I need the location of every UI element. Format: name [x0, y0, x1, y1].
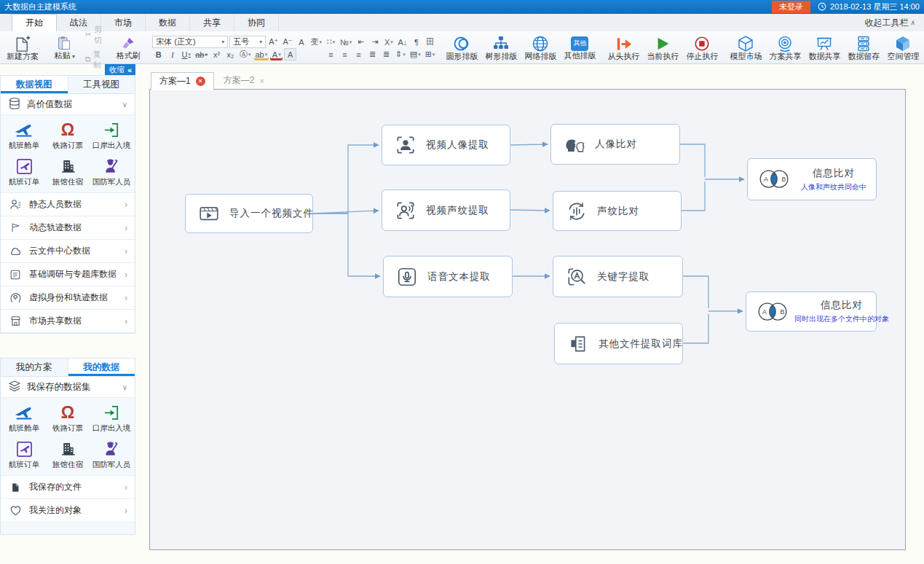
align-right-button[interactable]: ≡ — [352, 48, 365, 60]
collapse-toolbar-button[interactable]: 收起工具栏 ∧ — [864, 14, 915, 31]
flow-node-video-portrait-extract[interactable]: 视频人像提取 — [382, 125, 510, 165]
font-color-button[interactable]: A▾ — [270, 48, 283, 60]
login-status-badge[interactable]: 未登录 — [772, 1, 810, 13]
svg-text:A: A — [764, 176, 768, 183]
character-scale-button[interactable]: X▾ — [382, 36, 395, 48]
flow-node-keyword-extract[interactable]: 关键字提取 — [553, 256, 683, 297]
dataset-item-border-entry-exit[interactable]: 口岸出入境 — [90, 403, 133, 434]
tab-my-data[interactable]: 我的数据 — [68, 359, 135, 376]
cut-button[interactable]: ✂剪切 — [85, 24, 108, 46]
subscript-button[interactable]: x₂ — [224, 48, 237, 60]
paste-button[interactable]: 粘贴 ▾ — [47, 33, 83, 61]
run-from-start-button[interactable]: 从头执行 — [604, 33, 643, 61]
distribute-button[interactable]: ≣ — [380, 48, 392, 60]
tab-tool-view[interactable]: 工具视图 — [68, 76, 135, 93]
flow-node-speech-text-extract[interactable]: 语音文本提取 — [383, 256, 513, 297]
character-shading-button[interactable]: A — [284, 48, 296, 60]
bullet-list-button[interactable]: ∷▾ — [325, 36, 337, 48]
data-retention-button[interactable]: 数据留存 — [844, 33, 883, 61]
sidebar-item-virtual-identity-data[interactable]: 虚拟身份和轨迹数据› — [1, 286, 135, 310]
font-size-select[interactable]: 五号▾ — [229, 36, 266, 48]
sidebar-item-basic-survey-data[interactable]: 基础调研与专题库数据› — [1, 263, 135, 286]
grow-font-button[interactable]: A⁺ — [267, 36, 280, 48]
shading-button[interactable]: ▤▾ — [408, 48, 422, 60]
new-plan-button[interactable]: 新建方案 — [3, 33, 42, 61]
paragraph-marks-button[interactable]: ¶ — [410, 36, 422, 48]
flow-node-voiceprint-compare[interactable]: 声纹比对 — [553, 191, 682, 231]
dataset-item-flight-order[interactable]: 航班订单 — [2, 439, 46, 470]
flow-node-portrait-compare[interactable]: 人像比对 — [550, 124, 680, 165]
dataset-item-railway-ticket[interactable]: Ω铁路订票 — [46, 403, 90, 434]
enclose-character-button[interactable]: Ⓐ▾ — [238, 48, 253, 60]
circular-layout-button[interactable]: 圆形排版 — [442, 33, 481, 61]
heart-icon — [8, 504, 23, 517]
tree-layout-button[interactable]: 树形排版 — [481, 33, 521, 61]
model-market-button[interactable]: 模型市场 — [726, 33, 765, 61]
flow-node-info-compare-2[interactable]: AB信息比对同时出现在多个文件中的对象 — [746, 291, 877, 332]
section-my-saved-datasets[interactable]: 我保存的数据集 ∨ — [1, 377, 135, 398]
sidebar-item-static-person-data[interactable]: 静态人员数据› — [1, 193, 135, 216]
sidebar-item-dynamic-track-data[interactable]: 动态轨迹数据› — [1, 216, 135, 240]
draw-table-button[interactable]: 田 — [424, 36, 436, 48]
highlight-button[interactable]: ab▾ — [254, 48, 269, 60]
decrease-indent-button[interactable]: ⇤ — [355, 36, 367, 48]
align-left-button[interactable]: ≡ — [325, 48, 337, 60]
sort-button[interactable]: A↓ — [396, 36, 408, 48]
superscript-button[interactable]: x² — [210, 48, 223, 60]
dataset-item-military-personnel[interactable]: 国防军人员 — [90, 157, 133, 187]
ribbon-tab-share[interactable]: 共享 — [190, 14, 234, 31]
ribbon-tab-data[interactable]: 数据 — [146, 14, 190, 31]
flow-node-info-compare-1[interactable]: AB信息比对人像和声纹共同命中 — [747, 158, 877, 200]
network-layout-button[interactable]: 网络排版 — [521, 33, 560, 61]
space-management-button[interactable]: 空间管理 — [883, 33, 923, 61]
ribbon-tab-home[interactable]: 开始 — [12, 14, 57, 31]
dataset-item-flight-manifest[interactable]: 航班舱单 — [2, 403, 46, 434]
numbered-list-button[interactable]: №▾ — [339, 36, 353, 48]
dataset-item-hotel-stay[interactable]: 旅馆住宿 — [46, 157, 90, 187]
tab-data-view[interactable]: 数据视图 — [1, 76, 68, 93]
collapse-sidebar-button[interactable]: 收缩 « — [105, 64, 135, 75]
font-family-select[interactable]: 宋体 (正文)▾ — [152, 36, 228, 48]
stop-execution-button[interactable]: 停止执行 — [682, 33, 722, 61]
bold-button[interactable]: B — [152, 48, 165, 60]
close-tab-icon[interactable]: × — [259, 77, 264, 85]
close-tab-icon[interactable]: ✕ — [196, 77, 205, 86]
plan-share-button[interactable]: 方案共享 — [765, 33, 805, 61]
datetime-text: 2018-02-13 星期三 14:00 — [830, 1, 920, 12]
tab-my-plans[interactable]: 我的方案 — [1, 359, 68, 376]
other-layout-button[interactable]: 其他其他排版 — [560, 33, 599, 61]
format-painter-button[interactable]: 格式刷 — [110, 33, 146, 61]
dataset-item-military-personnel[interactable]: 国防军人员 — [90, 439, 133, 470]
flow-node-video-voiceprint-extract[interactable]: 视频声纹提取 — [382, 189, 510, 231]
sidebar-item-my-followed-objects[interactable]: 我关注的对象› — [1, 499, 135, 522]
flow-canvas[interactable]: 导入一个视频文件视频人像提取视频声纹提取语音文本提取人像比对声纹比对关键字提取其… — [149, 89, 906, 550]
plan-tab-1[interactable]: 方案—1✕ — [151, 72, 214, 90]
data-share-button[interactable]: 数据共享 — [805, 33, 844, 61]
sidebar-item-market-shared-data[interactable]: 市场共享数据› — [1, 310, 135, 333]
dataset-item-railway-ticket[interactable]: Ω铁路订票 — [46, 120, 90, 151]
underline-button[interactable]: U▾ — [180, 48, 192, 60]
flow-node-sublabel: 人像和声纹共同命中 — [801, 182, 866, 192]
dataset-item-flight-order[interactable]: 航班订单 — [2, 157, 46, 187]
plan-tab-2[interactable]: 方案—2× — [216, 71, 272, 90]
phonetic-guide-button[interactable]: 变▾ — [309, 36, 324, 48]
sidebar-item-cloud-file-center-data[interactable]: 云文件中心数据› — [1, 240, 135, 263]
increase-indent-button[interactable]: ⇥ — [368, 36, 381, 48]
sidebar-item-my-saved-files[interactable]: 我保存的文件› — [1, 476, 135, 499]
borders-button[interactable]: ⊞▾ — [424, 48, 437, 60]
section-high-value-data[interactable]: 高价值数据 ∨ — [1, 94, 135, 115]
flow-node-other-file-lexicon[interactable]: 其他文件提取词库 — [554, 323, 683, 364]
strikethrough-button[interactable]: ab▾ — [194, 48, 209, 60]
ribbon-tab-collab[interactable]: 协同 — [234, 14, 279, 31]
clear-formatting-button[interactable]: A — [296, 36, 308, 48]
dataset-item-hotel-stay[interactable]: 旅馆住宿 — [46, 439, 90, 470]
italic-button[interactable]: I — [166, 48, 178, 60]
flow-node-import-video[interactable]: 导入一个视频文件 — [185, 194, 313, 233]
run-current-button[interactable]: 当前执行 — [643, 33, 682, 61]
dataset-item-border-entry-exit[interactable]: 口岸出入境 — [90, 120, 133, 151]
align-center-button[interactable]: ≡ — [339, 48, 351, 60]
dataset-item-flight-manifest[interactable]: 航班舱单 — [2, 120, 46, 151]
line-spacing-button[interactable]: ⇕▾ — [394, 48, 407, 60]
shrink-font-button[interactable]: A⁻ — [281, 36, 293, 48]
justify-button[interactable]: ≣ — [366, 48, 379, 60]
